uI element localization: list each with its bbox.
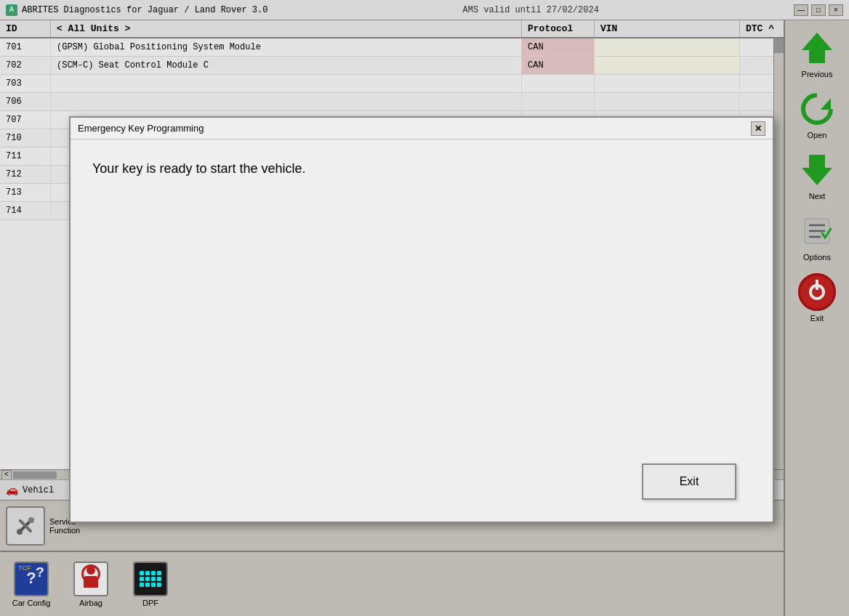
modal-close-button[interactable]: ✕: [751, 121, 765, 136]
modal-title: Emergency Key Programming: [78, 123, 204, 134]
modal-exit-button[interactable]: Exit: [642, 463, 736, 500]
modal-message: Your key is ready to start the vehicle.: [92, 161, 751, 177]
modal-body: Your key is ready to start the vehicle. …: [71, 139, 773, 522]
modal-overlay: Emergency Key Programming ✕ Your key is …: [0, 0, 849, 616]
emergency-key-modal: Emergency Key Programming ✕ Your key is …: [69, 116, 774, 523]
modal-footer: Exit: [92, 456, 751, 507]
modal-titlebar: Emergency Key Programming ✕: [71, 118, 773, 139]
